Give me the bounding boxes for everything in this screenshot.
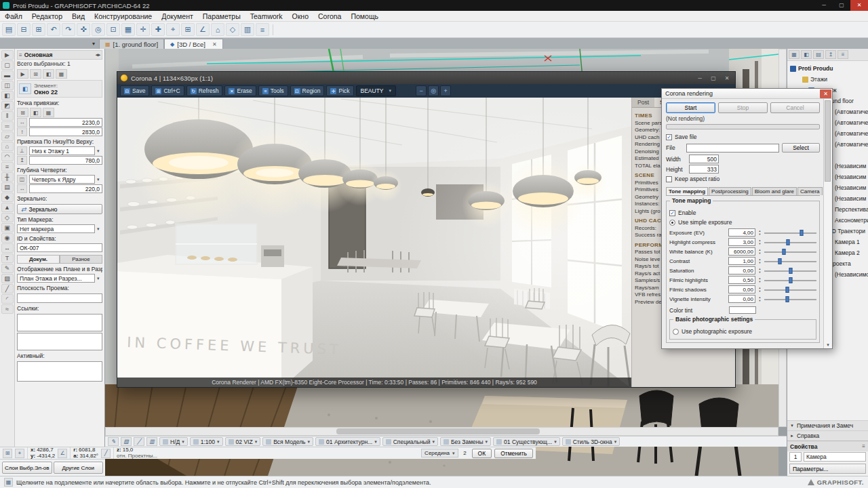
door-tool-icon[interactable]: ◫ (1, 81, 14, 90)
param-spinner[interactable] (757, 258, 762, 264)
param-spinner[interactable] (757, 296, 762, 302)
select-file-button[interactable]: Select (782, 143, 820, 152)
window-settings-icon[interactable] (43, 69, 54, 79)
marquee-icon[interactable]: ▦ (121, 23, 135, 36)
gravity-icon[interactable]: ⌂ (211, 23, 224, 36)
slider-thumb[interactable] (785, 287, 789, 293)
object-tool-icon[interactable]: ▣ (1, 223, 14, 232)
selected-elements-layers-button[interactable]: Слои Выбр.Эл-ов (2, 462, 52, 474)
expand-icon[interactable]: ▾ (789, 423, 795, 428)
tab-document[interactable]: Докум. (17, 255, 60, 264)
start-button[interactable]: Start (666, 102, 715, 113)
active-list[interactable] (17, 361, 102, 382)
camera-count-field[interactable]: 1 (789, 452, 802, 462)
slider-thumb[interactable] (789, 268, 792, 274)
column-tool-icon[interactable]: ‖ (1, 111, 14, 121)
render-channel-dropdown[interactable]: BEAUTY (356, 85, 397, 96)
slab-tool-icon[interactable]: ▱ (1, 131, 14, 141)
other-layers-button[interactable]: Другие Слои (54, 462, 104, 474)
param-slider[interactable] (764, 258, 816, 264)
reveal-mode-dropdown[interactable]: Четверть к Ядру (29, 175, 95, 184)
vfb-pick-button[interactable]: ✛ Pick (326, 85, 353, 96)
param-spinner[interactable] (757, 277, 762, 283)
sill-anchor-dropdown[interactable]: Низ к Этажу 1 (29, 146, 95, 155)
undo-icon[interactable]: ↶ (47, 23, 60, 36)
angle-icon[interactable] (58, 449, 67, 458)
grid-snap-icon[interactable]: ⊞ (181, 23, 195, 36)
slider-thumb[interactable] (787, 239, 790, 245)
quick-options-dropdown[interactable]: Вся Модель (262, 437, 313, 446)
pen-set-icon[interactable]: ✎ (108, 437, 119, 446)
measure-icon[interactable]: ⌖ (166, 23, 180, 36)
tab-close-icon[interactable]: ✕ (212, 41, 217, 47)
chevron-down-icon[interactable] (97, 226, 102, 232)
layout-book-icon[interactable]: ▤ (813, 50, 824, 59)
line-type-icon[interactable]: ╱ (134, 437, 144, 446)
quick-options-dropdown[interactable]: Н/Д (159, 437, 188, 446)
layers-icon[interactable]: ▥ (241, 23, 254, 36)
chevron-icons[interactable] (96, 52, 100, 58)
dialog-tab[interactable]: Camera (797, 187, 822, 195)
open-icon[interactable]: ▤ (2, 23, 16, 36)
quick-options-dropdown[interactable]: 02 VIZ (225, 437, 261, 446)
param-slider[interactable] (764, 267, 816, 274)
quick-options-dropdown[interactable]: 1:100 (190, 437, 223, 446)
properties-header[interactable]: Свойства (787, 441, 868, 451)
links-list[interactable] (17, 314, 102, 331)
guide-lines-icon[interactable]: ∠ (196, 23, 210, 36)
elevation-icon[interactable] (101, 449, 111, 458)
dialog-titlebar[interactable]: Corona rendering ✕ (662, 89, 832, 99)
param-spinner[interactable] (757, 248, 762, 255)
grid-icon[interactable] (3, 449, 12, 458)
scroll-down-icon[interactable] (824, 342, 832, 348)
param-value-input[interactable]: 6000,00 (728, 247, 755, 256)
render-view[interactable]: IN COFFEE WE TRUST (117, 98, 631, 387)
label-tool-icon[interactable]: ✎ (1, 264, 14, 273)
wall-tool-icon[interactable]: ▬ (1, 70, 14, 80)
menu-item[interactable]: Corona (313, 11, 346, 22)
menu-item[interactable]: Окно (288, 11, 313, 22)
quick-options-dropdown[interactable]: Стиль 3D-окна (562, 437, 620, 446)
param-value-input[interactable]: 0,00 (728, 295, 755, 303)
railing-tool-icon[interactable]: ╫ (1, 172, 14, 182)
options-icon[interactable]: ≡ (256, 23, 269, 36)
tab-ground-floor[interactable]: ▦ [1. ground floor] (99, 39, 164, 49)
suspend-groups-icon[interactable]: ◇ (226, 23, 239, 36)
param-value-input[interactable]: 3,00 (728, 238, 755, 246)
display-mode-dropdown[interactable]: План Этажа и Разрез... (17, 274, 95, 283)
vfb-titlebar[interactable]: Corona 4 | 1134×630px (1:1) ─ ▢ ✕ (117, 72, 735, 84)
zoom-icon[interactable]: ◎ (92, 23, 105, 36)
vfb-copy-button[interactable]: ⊞ Ctrl+C (151, 85, 184, 96)
expand-icon[interactable]: ▸ (789, 433, 795, 439)
vfb-close-button[interactable]: ✕ (720, 75, 734, 81)
param-slider[interactable] (764, 277, 816, 283)
window-width-input[interactable]: 2230,0 (29, 118, 102, 127)
inject-parameters-icon[interactable]: ✚ (151, 23, 165, 36)
slider-thumb[interactable] (800, 230, 804, 236)
dialog-tab[interactable]: Bloom and glare (752, 187, 797, 195)
slider-thumb[interactable] (783, 249, 786, 255)
vfb-minimize-button[interactable]: ─ (693, 75, 707, 81)
window-height-input[interactable]: 2830,0 (29, 127, 102, 136)
origin-icon[interactable] (15, 449, 24, 458)
param-slider[interactable] (764, 239, 816, 245)
vfb-region-button[interactable]: ⊡ Region (290, 85, 325, 96)
parameters-button[interactable]: Параметры... (789, 464, 866, 474)
pick-up-parameters-icon[interactable]: ✛ (136, 23, 150, 36)
param-slider[interactable] (764, 296, 816, 302)
save-file-checkbox[interactable] (666, 134, 672, 140)
redo-icon[interactable]: ↷ (62, 23, 75, 36)
enable-checkbox[interactable] (669, 210, 675, 216)
help-section[interactable]: ▸ Справка (787, 430, 868, 441)
select-arrow-tool-icon[interactable]: ▶ (1, 50, 14, 60)
lamp-tool-icon[interactable]: ◉ (1, 233, 14, 243)
text-tool-icon[interactable]: T (1, 253, 14, 263)
project-map-icon[interactable]: ▦ (789, 50, 800, 59)
simple-exposure-radio[interactable] (669, 220, 675, 226)
vfb-zoom-out-icon[interactable]: − (416, 85, 427, 96)
vfb-refresh-button[interactable]: ↻ Refresh (186, 85, 223, 96)
pan-icon[interactable]: ✜ (77, 23, 90, 36)
zone-tool-icon[interactable]: ◇ (1, 213, 14, 222)
relative-origin-dropdown[interactable]: отн. Проектны... (117, 453, 157, 460)
geometry-method-icon[interactable] (30, 69, 41, 79)
